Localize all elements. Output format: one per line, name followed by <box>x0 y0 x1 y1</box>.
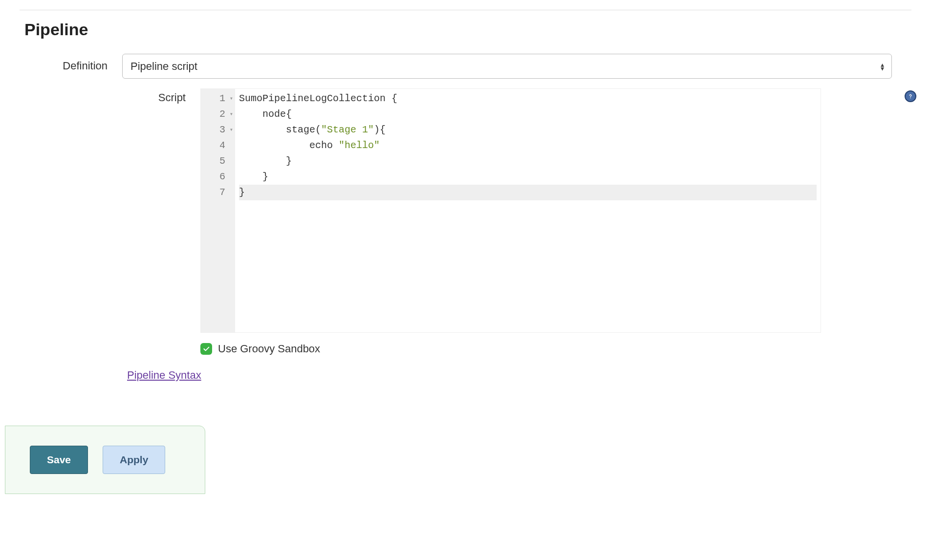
sandbox-checkbox[interactable] <box>200 343 212 355</box>
gutter-line: 3 <box>201 122 235 138</box>
definition-label: Definition <box>20 54 122 72</box>
gutter-line: 4 <box>201 138 235 153</box>
gutter-line: 1 <box>201 91 235 107</box>
code-line[interactable]: node{ <box>239 107 817 122</box>
gutter-line: 5 <box>201 153 235 169</box>
apply-button[interactable]: Apply <box>103 446 165 474</box>
sandbox-label: Use Groovy Sandbox <box>218 343 320 355</box>
gutter-line: 7 <box>201 185 235 200</box>
section-divider <box>20 10 911 10</box>
definition-row: Definition Pipeline script ▴▾ <box>20 54 911 79</box>
code-line[interactable]: } <box>239 153 817 169</box>
code-line[interactable]: echo "hello" <box>239 138 817 153</box>
code-line[interactable]: } <box>239 185 817 200</box>
svg-point-0 <box>910 98 911 99</box>
script-editor[interactable]: 1234567 SumoPipelineLogCollection { node… <box>200 88 821 333</box>
code-line[interactable]: } <box>239 169 817 185</box>
pipeline-syntax-link[interactable]: Pipeline Syntax <box>127 369 201 382</box>
help-icon[interactable] <box>905 90 916 102</box>
save-button[interactable]: Save <box>30 446 88 474</box>
script-label: Script <box>20 88 200 104</box>
code-line[interactable]: SumoPipelineLogCollection { <box>239 91 817 107</box>
gutter-line: 2 <box>201 107 235 122</box>
gutter-line: 6 <box>201 169 235 185</box>
definition-select[interactable]: Pipeline script <box>122 54 892 79</box>
editor-code[interactable]: SumoPipelineLogCollection { node{ stage(… <box>235 89 821 332</box>
code-line[interactable]: stage("Stage 1"){ <box>239 122 817 138</box>
sandbox-row: Use Groovy Sandbox <box>200 343 836 355</box>
script-row: Script 1234567 SumoPipelineLogCollection… <box>20 88 911 333</box>
footer-actions: Save Apply <box>5 426 205 494</box>
editor-gutter: 1234567 <box>201 89 235 332</box>
section-title: Pipeline <box>24 20 911 39</box>
